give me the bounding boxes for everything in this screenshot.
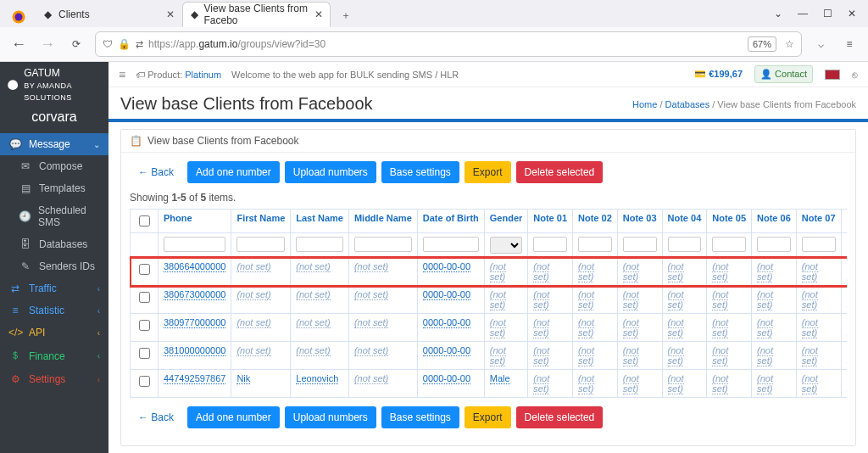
col-note01[interactable]: Note 01 bbox=[528, 210, 573, 233]
add-one-button[interactable]: Add one number bbox=[187, 161, 280, 183]
delete-selected-button[interactable]: Delete selected bbox=[516, 161, 604, 183]
upload-button[interactable]: Upload numbers bbox=[285, 406, 376, 428]
filter-note01[interactable] bbox=[533, 237, 567, 252]
bookmark-icon[interactable]: ☆ bbox=[785, 38, 794, 50]
menu-icon[interactable]: ≡ bbox=[839, 34, 860, 54]
col-note03[interactable]: Note 03 bbox=[617, 210, 662, 233]
sidebar-item-scheduled[interactable]: 🕘Scheduled SMS bbox=[10, 199, 108, 233]
row-checkbox[interactable] bbox=[139, 376, 150, 387]
close-icon[interactable]: ✕ bbox=[166, 8, 175, 20]
filter-last-name[interactable] bbox=[296, 237, 343, 252]
close-window-icon[interactable]: ✕ bbox=[848, 8, 856, 20]
sidebar-item-traffic[interactable]: ⇄Traffic‹ bbox=[0, 277, 108, 299]
col-last-name[interactable]: Last Name bbox=[291, 210, 349, 233]
cell-value[interactable]: 0000-00-00 bbox=[423, 289, 470, 300]
cell-value[interactable]: 0000-00-00 bbox=[423, 373, 470, 384]
product-name[interactable]: Platinum bbox=[185, 70, 221, 80]
reload-icon[interactable]: ⟳ bbox=[66, 34, 86, 54]
select-all-checkbox[interactable] bbox=[139, 215, 150, 226]
col-dob[interactable]: Date of Birth bbox=[417, 210, 484, 233]
browser-tab-0[interactable]: ◆ Clients ✕ bbox=[34, 2, 182, 27]
crumb-databases[interactable]: Databases bbox=[665, 99, 710, 109]
minimize-icon[interactable]: — bbox=[798, 8, 808, 20]
hamburger-icon[interactable]: ≡ bbox=[119, 68, 125, 81]
select-all-header bbox=[131, 210, 159, 233]
cell-value[interactable]: 0000-00-00 bbox=[423, 261, 470, 272]
filter-note03[interactable] bbox=[623, 237, 657, 252]
filter-middle-name[interactable] bbox=[354, 237, 412, 252]
zoom-level[interactable]: 67% bbox=[748, 36, 776, 52]
filter-note02[interactable] bbox=[578, 237, 612, 252]
chevron-down-icon[interactable]: ⌄ bbox=[774, 8, 782, 20]
filter-note07[interactable] bbox=[802, 237, 836, 252]
logout-icon[interactable]: ⎋ bbox=[852, 70, 858, 80]
crumb-home[interactable]: Home bbox=[632, 99, 657, 109]
export-button[interactable]: Export bbox=[465, 161, 511, 183]
sidebar-item-senders[interactable]: ✎Senders IDs bbox=[10, 255, 108, 277]
cell-value[interactable]: 380977000000 bbox=[164, 317, 225, 328]
filter-phone[interactable] bbox=[164, 237, 225, 252]
cell-value[interactable]: 447492597867 bbox=[164, 373, 225, 384]
sidebar-item-databases[interactable]: 🗄Databases bbox=[10, 233, 108, 255]
browser-tab-1[interactable]: ◆ View base Clients from Facebo ✕ bbox=[182, 2, 331, 27]
col-phone[interactable]: Phone bbox=[159, 210, 231, 233]
sidebar-item-api[interactable]: </>API‹ bbox=[0, 322, 108, 344]
col-note02[interactable]: Note 02 bbox=[573, 210, 618, 233]
sidebar-item-finance[interactable]: ＄Finance‹ bbox=[0, 344, 108, 368]
cell-value[interactable]: Male bbox=[490, 373, 510, 384]
base-settings-button[interactable]: Base settings bbox=[381, 161, 459, 183]
row-checkbox[interactable] bbox=[139, 348, 150, 359]
cell-value[interactable]: 380664000000 bbox=[164, 261, 225, 272]
close-icon[interactable]: ✕ bbox=[314, 8, 323, 20]
col-middle-name[interactable]: Middle Name bbox=[348, 210, 417, 233]
cell-value: (not set) bbox=[578, 373, 594, 394]
row-checkbox[interactable] bbox=[139, 264, 150, 275]
row-checkbox[interactable] bbox=[139, 320, 150, 331]
sidebar-item-settings[interactable]: ⚙Settings‹ bbox=[0, 368, 108, 390]
col-note06[interactable]: Note 06 bbox=[752, 210, 797, 233]
upload-button[interactable]: Upload numbers bbox=[285, 161, 376, 183]
filter-gender[interactable] bbox=[490, 237, 523, 254]
row-checkbox[interactable] bbox=[139, 292, 150, 303]
flag-icon[interactable] bbox=[825, 70, 840, 80]
sidebar-item-templates[interactable]: ▤Templates bbox=[10, 177, 108, 199]
cell-value[interactable]: 0000-00-00 bbox=[423, 317, 470, 328]
sidebar-item-label: Senders IDs bbox=[39, 260, 95, 272]
back-button[interactable]: ← Back bbox=[130, 406, 182, 428]
col-note07[interactable]: Note 07 bbox=[796, 210, 841, 233]
back-button[interactable]: ← Back bbox=[130, 161, 182, 183]
col-gender[interactable]: Gender bbox=[484, 210, 528, 233]
filter-dob[interactable] bbox=[423, 237, 479, 252]
back-icon[interactable]: ← bbox=[8, 34, 29, 54]
cell-value[interactable]: 0000-00-00 bbox=[423, 345, 470, 356]
sidebar-item-message[interactable]: 💬 Message ⌄ bbox=[0, 133, 108, 155]
delete-selected-button[interactable]: Delete selected bbox=[516, 406, 604, 428]
base-settings-button[interactable]: Base settings bbox=[381, 406, 459, 428]
balance[interactable]: 💳 €199,67 bbox=[694, 69, 743, 80]
filter-note06[interactable] bbox=[757, 237, 791, 252]
col-first-name[interactable]: First Name bbox=[231, 210, 291, 233]
filter-note05[interactable] bbox=[712, 237, 746, 252]
filter-note04[interactable] bbox=[668, 237, 702, 252]
topbar: ≡ 🏷 Product: Platinum Welcome to the web… bbox=[108, 62, 868, 87]
cell-value[interactable]: 381000000000 bbox=[164, 345, 225, 356]
cell-value: (not set) bbox=[712, 345, 728, 366]
add-one-button[interactable]: Add one number bbox=[187, 406, 280, 428]
new-tab-button[interactable]: ＋ bbox=[334, 3, 358, 27]
col-note08[interactable]: Note 08 bbox=[841, 210, 847, 233]
export-button[interactable]: Export bbox=[465, 406, 511, 428]
contact-button[interactable]: 👤 Contact bbox=[754, 65, 813, 83]
col-note05[interactable]: Note 05 bbox=[707, 210, 752, 233]
forward-icon[interactable]: → bbox=[37, 34, 58, 54]
cell-value[interactable]: Nik bbox=[236, 373, 250, 384]
url-bar[interactable]: 🛡 🔒 ⇄ https://app.gatum.io/groups/view?i… bbox=[95, 31, 802, 57]
sidebar-item-compose[interactable]: ✉Compose bbox=[10, 155, 108, 177]
pocket-icon[interactable]: ⌵ bbox=[810, 34, 831, 54]
maximize-icon[interactable]: ☐ bbox=[823, 8, 832, 20]
filter-first-name[interactable] bbox=[236, 237, 285, 252]
col-note04[interactable]: Note 04 bbox=[662, 210, 707, 233]
table-wrapper[interactable]: Phone First Name Last Name Middle Name D… bbox=[130, 209, 847, 398]
sidebar-item-statistic[interactable]: ≡Statistic‹ bbox=[0, 299, 108, 322]
cell-value[interactable]: 380673000000 bbox=[164, 289, 225, 300]
cell-value[interactable]: Leonovich bbox=[296, 373, 338, 384]
